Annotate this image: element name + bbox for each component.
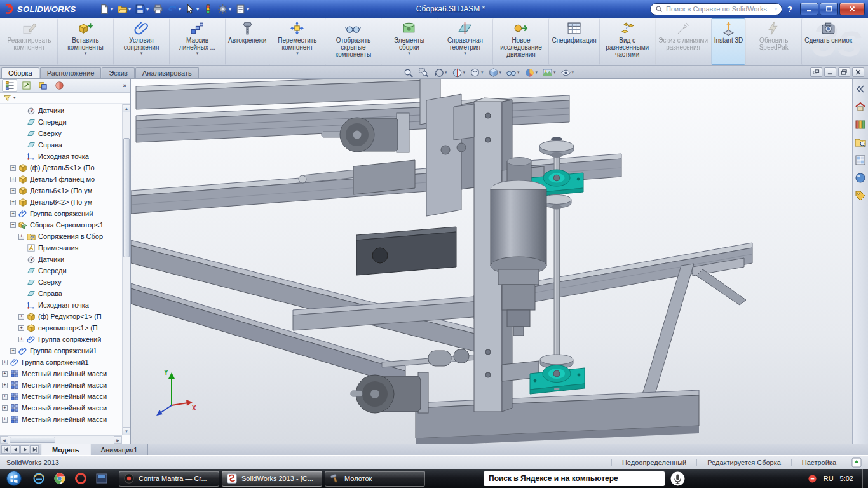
- tree-vertical-scrollbar[interactable]: ▲ ▼: [122, 104, 130, 435]
- filter-funnel-icon[interactable]: [3, 94, 11, 102]
- tree-item[interactable]: −Сборка Сервомотор<1: [0, 219, 121, 231]
- ribbon-button-show-hidden[interactable]: Отобразить скрытые компоненты: [325, 18, 381, 65]
- restore-doc-button[interactable]: [838, 67, 850, 77]
- taskbar-window-button[interactable]: SolidWorks 2013 - [C...: [222, 471, 322, 487]
- scroll-right-arrow[interactable]: ▶: [114, 436, 122, 444]
- expand-plus-icon[interactable]: +: [18, 314, 24, 320]
- horizontal-scroll-thumb[interactable]: [10, 437, 55, 443]
- tree-item[interactable]: Датчики: [0, 254, 121, 265]
- zoom-fit-button[interactable]: [402, 67, 415, 78]
- tree-item[interactable]: +Местный линейный масси: [0, 414, 121, 425]
- expand-plus-icon[interactable]: +: [10, 177, 16, 182]
- internet-explorer-button[interactable]: [29, 470, 48, 487]
- ribbon-button-move-component[interactable]: Переместить компонент▾: [269, 18, 325, 65]
- chrome-button[interactable]: [50, 470, 69, 487]
- zoom-area-button[interactable]: [417, 67, 430, 78]
- tree-item[interactable]: Датчики: [0, 105, 121, 116]
- tree-item[interactable]: +Группа сопряжений1: [0, 345, 121, 356]
- expand-plus-icon[interactable]: +: [18, 234, 24, 240]
- nav-first-button[interactable]: [1, 445, 10, 454]
- expand-plus-icon[interactable]: +: [10, 200, 16, 205]
- section-view-button[interactable]: ▾: [451, 67, 467, 78]
- commandmanager-tab[interactable]: Анализировать: [135, 67, 199, 78]
- configurationmanager-tab[interactable]: [35, 79, 50, 92]
- help-search-box[interactable]: ▾: [650, 3, 782, 15]
- tree-item[interactable]: +Местный линейный масси: [0, 391, 121, 402]
- expand-plus-icon[interactable]: +: [2, 405, 8, 411]
- ribbon-button-snapshot[interactable]: Сделать снимок: [801, 18, 855, 65]
- ribbon-button-reference-geometry[interactable]: Справочная геометрия▾: [437, 18, 492, 65]
- expand-plus-icon[interactable]: +: [10, 165, 16, 171]
- tree-item[interactable]: +Местный линейный масси: [0, 402, 121, 414]
- taskbar-window-button[interactable]: Contra Mantra — Cr...: [119, 471, 219, 487]
- appearances-button[interactable]: [854, 171, 867, 184]
- dimxpertmanager-tab[interactable]: [51, 79, 67, 92]
- options-button[interactable]: ▾: [215, 2, 233, 16]
- nav-last-button[interactable]: [30, 445, 39, 454]
- tree-item[interactable]: +(ф) Деталь5<1> (По: [0, 162, 121, 173]
- open-button[interactable]: ▾: [115, 2, 133, 16]
- scroll-down-arrow[interactable]: ▼: [123, 427, 130, 435]
- vertical-scroll-thumb[interactable]: [123, 138, 130, 257]
- help-button[interactable]: ?: [783, 3, 796, 15]
- clock[interactable]: 5:02: [840, 475, 853, 482]
- file-explorer-button[interactable]: [854, 135, 867, 149]
- opera-button[interactable]: [71, 470, 90, 487]
- vertical-scroll-track[interactable]: [123, 112, 130, 427]
- tree-item[interactable]: Сверху: [0, 128, 121, 139]
- tree-item[interactable]: Исходная точка: [0, 151, 121, 162]
- tree-item[interactable]: +сервомотор<1> (П: [0, 322, 121, 334]
- language-indicator[interactable]: RU: [824, 475, 834, 482]
- expand-plus-icon[interactable]: +: [2, 383, 8, 388]
- tree-item[interactable]: +Местный линейный масси: [0, 379, 121, 391]
- expand-plus-icon[interactable]: +: [18, 325, 24, 331]
- horizontal-scroll-track[interactable]: [8, 436, 114, 444]
- tree-item[interactable]: +Группа сопряжений: [0, 208, 121, 219]
- expand-plus-icon[interactable]: +: [2, 394, 8, 400]
- tree-item[interactable]: Спереди: [0, 116, 121, 128]
- featuremanager-tab[interactable]: [2, 79, 17, 92]
- close-window-button[interactable]: [839, 3, 865, 15]
- view-palette-button[interactable]: [854, 153, 867, 166]
- ribbon-button-insert-components[interactable]: Вставить компоненты▾: [57, 18, 113, 65]
- expand-plus-icon[interactable]: +: [2, 360, 8, 365]
- desktop-search-input[interactable]: [489, 474, 660, 483]
- rebuild-button[interactable]: [201, 2, 215, 16]
- scroll-left-arrow[interactable]: ◀: [0, 436, 8, 444]
- quick-tips-icon[interactable]: [851, 458, 862, 468]
- propertymanager-tab[interactable]: [18, 79, 34, 92]
- design-library-button[interactable]: [854, 118, 867, 131]
- nav-prev-button[interactable]: [11, 445, 20, 454]
- expand-plus-icon[interactable]: +: [10, 211, 16, 217]
- tree-item[interactable]: +Группа сопряжений: [0, 334, 121, 345]
- search-dropdown-arrow-icon[interactable]: ▾: [775, 6, 777, 12]
- hide-show-button[interactable]: ▾: [505, 67, 521, 78]
- document-tab[interactable]: Модель: [41, 444, 90, 455]
- maximize-window-button[interactable]: [820, 3, 838, 15]
- tray-app-icon[interactable]: [808, 474, 817, 484]
- solidworks-resources-button[interactable]: [854, 100, 867, 113]
- nav-next-button[interactable]: [20, 445, 29, 454]
- tree-item[interactable]: Справа: [0, 288, 121, 299]
- minimize-window-button[interactable]: [800, 3, 818, 15]
- start-button[interactable]: [3, 470, 25, 487]
- ribbon-button-linear-pattern[interactable]: Массив линейных ...▾: [169, 18, 225, 65]
- taskbar-window-button[interactable]: Молоток: [325, 471, 425, 487]
- assembly-3d-model[interactable]: [131, 79, 852, 444]
- microphone-icon[interactable]: [670, 471, 685, 486]
- app-window-button[interactable]: [92, 470, 111, 487]
- ribbon-button-assembly-features[interactable]: Элементы сборки▾: [381, 18, 437, 65]
- file-properties-button[interactable]: ▾: [233, 2, 251, 16]
- ribbon-button-motion-study[interactable]: Новое исследование движения: [492, 18, 548, 65]
- ribbon-button-exploded-view[interactable]: Вид с разнесенными частями: [599, 18, 655, 65]
- tree-item[interactable]: Исходная точка: [0, 299, 121, 311]
- document-tab[interactable]: Анимация1: [90, 444, 149, 455]
- ribbon-button-mate[interactable]: Условия сопряжения▾: [113, 18, 169, 65]
- restore-group-button[interactable]: [810, 67, 822, 77]
- apply-scene-button[interactable]: ▾: [541, 67, 557, 78]
- flyout-chevron-icon[interactable]: »: [121, 82, 128, 89]
- select-button[interactable]: ▾: [183, 2, 201, 16]
- print-button[interactable]: [151, 2, 165, 16]
- expand-minus-icon[interactable]: −: [10, 222, 16, 228]
- expand-plus-icon[interactable]: +: [2, 371, 8, 377]
